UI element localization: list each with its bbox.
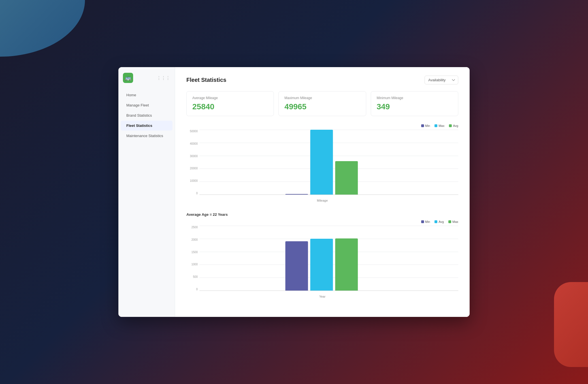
age-chart-area bbox=[199, 226, 458, 291]
age-legend-avg: Avg bbox=[434, 220, 444, 223]
legend-max-dot bbox=[434, 124, 437, 127]
legend-avg-label: Avg bbox=[453, 124, 458, 127]
y-label-50000: 50000 bbox=[190, 130, 198, 133]
sidebar-item-manage-fleet[interactable]: Manage Fleet bbox=[121, 100, 172, 110]
legend-min-label: Min bbox=[425, 124, 430, 127]
max-mileage-label: Maximum Mileage bbox=[284, 96, 360, 100]
legend-avg: Avg bbox=[449, 124, 458, 127]
age-legend-max-label: Max bbox=[452, 220, 458, 223]
avg-mileage-card: Average Mileage 25840 bbox=[186, 91, 274, 116]
age-bars bbox=[285, 226, 358, 291]
bg-decoration-right bbox=[554, 282, 588, 367]
sidebar-item-home[interactable]: Home bbox=[121, 90, 172, 100]
age-legend-avg-dot bbox=[434, 220, 437, 223]
main-content: Fleet Statistics Availability Utilizatio… bbox=[175, 67, 470, 317]
legend-min: Min bbox=[421, 124, 430, 127]
mileage-bar-min bbox=[285, 194, 308, 195]
age-x-label: Year bbox=[319, 295, 325, 298]
legend-max: Max bbox=[434, 124, 444, 127]
mileage-bar-avg bbox=[335, 161, 358, 195]
age-legend-avg-label: Avg bbox=[438, 220, 444, 223]
logo-icon: 🚌 bbox=[123, 73, 133, 83]
age-legend-min-label: Min bbox=[425, 220, 430, 223]
avg-mileage-value: 25840 bbox=[192, 102, 268, 111]
availability-dropdown[interactable]: Availability Utilization Maintenance bbox=[425, 76, 458, 84]
min-mileage-value: 349 bbox=[377, 102, 452, 111]
stat-cards: Average Mileage 25840 Maximum Mileage 49… bbox=[186, 91, 458, 116]
age-legend-max-dot bbox=[448, 220, 451, 223]
page-title: Fleet Statistics bbox=[186, 77, 226, 83]
mileage-chart-area bbox=[199, 130, 458, 195]
sidebar-header: 🚌 ⋮⋮⋮ bbox=[118, 73, 175, 90]
age-bar-max bbox=[335, 238, 358, 291]
mileage-chart-section: Min Max Avg 50000 40000 30000 20000 bbox=[186, 124, 458, 203]
age-y-1000: 1000 bbox=[191, 263, 198, 266]
sidebar-item-brand-statistics[interactable]: Brand Statistics bbox=[121, 110, 172, 120]
grid-menu-icon[interactable]: ⋮⋮⋮ bbox=[157, 75, 170, 81]
age-y-1500: 1500 bbox=[191, 251, 198, 254]
mileage-y-axis: 50000 40000 30000 20000 10000 0 bbox=[186, 130, 199, 195]
age-bar-avg bbox=[310, 239, 333, 291]
sidebar-item-fleet-statistics[interactable]: Fleet Statistics bbox=[121, 121, 172, 131]
max-mileage-card: Maximum Mileage 49965 bbox=[278, 91, 366, 116]
age-y-axis: 2500 2000 1500 1000 500 0 bbox=[186, 226, 199, 291]
y-label-40000: 40000 bbox=[190, 142, 198, 145]
sidebar-nav: Home Manage Fleet Brand Statistics Fleet… bbox=[118, 90, 175, 141]
legend-max-label: Max bbox=[438, 124, 444, 127]
y-label-0: 0 bbox=[196, 192, 198, 195]
age-chart-legend: Min Avg Max bbox=[186, 220, 458, 223]
y-label-10000: 10000 bbox=[190, 179, 198, 182]
legend-min-dot bbox=[421, 124, 424, 127]
min-mileage-card: Minimum Mileage 349 bbox=[371, 91, 458, 116]
legend-avg-dot bbox=[449, 124, 452, 127]
y-label-20000: 20000 bbox=[190, 167, 198, 170]
age-y-0: 0 bbox=[196, 288, 198, 291]
age-legend-min-dot bbox=[421, 220, 424, 223]
sidebar: 🚌 ⋮⋮⋮ Home Manage Fleet Brand Statistics… bbox=[118, 67, 175, 317]
bg-decoration-top bbox=[0, 0, 85, 57]
y-label-30000: 30000 bbox=[190, 155, 198, 158]
app-window: 🚌 ⋮⋮⋮ Home Manage Fleet Brand Statistics… bbox=[118, 67, 470, 317]
mileage-x-label: Mileage bbox=[317, 199, 328, 202]
age-bar-min bbox=[285, 241, 308, 291]
age-y-2000: 2000 bbox=[191, 238, 198, 241]
sidebar-item-maintenance-statistics[interactable]: Maintenance Statistics bbox=[121, 131, 172, 141]
age-y-2500: 2500 bbox=[191, 226, 198, 229]
age-chart-subtitle: Average Age = 22 Years bbox=[186, 212, 458, 217]
age-y-500: 500 bbox=[193, 275, 198, 278]
avg-mileage-label: Average Mileage bbox=[192, 96, 268, 100]
mileage-bar-max bbox=[310, 130, 333, 195]
mileage-bars bbox=[285, 130, 358, 195]
mileage-chart-legend: Min Max Avg bbox=[186, 124, 458, 127]
max-mileage-value: 49965 bbox=[284, 102, 360, 111]
age-chart-section: Average Age = 22 Years Min Avg Max bbox=[186, 212, 458, 299]
page-header: Fleet Statistics Availability Utilizatio… bbox=[186, 76, 458, 84]
age-legend-max: Max bbox=[448, 220, 458, 223]
age-legend-min: Min bbox=[421, 220, 430, 223]
min-mileage-label: Minimum Mileage bbox=[377, 96, 452, 100]
